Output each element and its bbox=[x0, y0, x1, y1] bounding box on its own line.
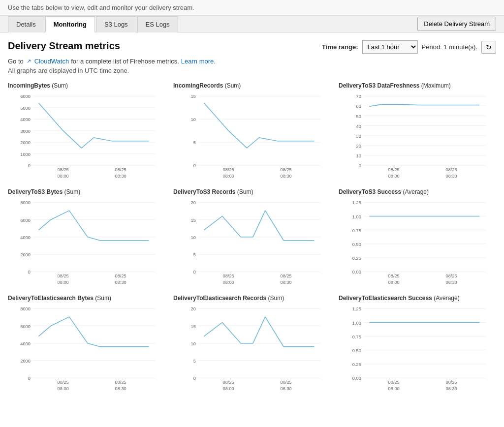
svg-text:08:00: 08:00 bbox=[388, 280, 400, 285]
svg-text:08:00: 08:00 bbox=[223, 280, 234, 285]
svg-text:08/25: 08/25 bbox=[115, 380, 126, 385]
learn-more-link[interactable]: Learn more. bbox=[181, 58, 216, 65]
svg-text:08/25: 08/25 bbox=[446, 167, 457, 172]
refresh-button[interactable]: ↻ bbox=[481, 41, 496, 54]
metrics-grid: IncomingBytes (Sum) 60005000400030002000… bbox=[8, 82, 496, 393]
svg-text:0.25: 0.25 bbox=[352, 256, 361, 261]
svg-text:15: 15 bbox=[191, 324, 196, 329]
svg-text:0: 0 bbox=[193, 270, 196, 274]
svg-text:0.75: 0.75 bbox=[352, 228, 361, 233]
svg-text:08/25: 08/25 bbox=[388, 167, 400, 172]
chart-2: 706050403020100 08/2508:0008/2508:30 bbox=[339, 92, 496, 181]
svg-text:8000: 8000 bbox=[20, 200, 31, 205]
svg-text:08:00: 08:00 bbox=[388, 174, 400, 179]
svg-text:0.75: 0.75 bbox=[352, 335, 361, 339]
tab-s3logs[interactable]: S3 Logs bbox=[96, 16, 136, 32]
svg-text:40: 40 bbox=[356, 124, 361, 129]
top-bar-text: Use the tabs below to view, edit and mon… bbox=[8, 4, 194, 11]
metric-title-7: DeliveryToElasticsearch Records (Sum) bbox=[173, 295, 331, 302]
svg-text:20: 20 bbox=[356, 144, 361, 149]
utc-note: All graphs are displayed in UTC time zon… bbox=[8, 67, 496, 74]
svg-text:5: 5 bbox=[193, 359, 196, 364]
svg-text:8000: 8000 bbox=[20, 306, 31, 311]
chart-4: 20151050 08/2508:0008/2508:30 bbox=[173, 198, 331, 287]
svg-text:6000: 6000 bbox=[20, 218, 31, 223]
chart-6: 80006000400020000 08/2508:0008/2508:30 bbox=[8, 305, 165, 393]
svg-text:70: 70 bbox=[356, 94, 361, 99]
metric-card-0: IncomingBytes (Sum) 60005000400030002000… bbox=[8, 82, 165, 181]
svg-text:0: 0 bbox=[28, 376, 31, 381]
chart-7: 20151050 08/2508:0008/2508:30 bbox=[173, 305, 331, 393]
svg-text:08:00: 08:00 bbox=[58, 280, 69, 285]
svg-text:5000: 5000 bbox=[20, 106, 31, 111]
svg-text:1000: 1000 bbox=[20, 152, 31, 157]
svg-text:08/25: 08/25 bbox=[223, 167, 234, 172]
subtitle-line: Go to ↗ CloudWatch for a complete list o… bbox=[8, 58, 496, 65]
metric-card-7: DeliveryToElasticsearch Records (Sum) 20… bbox=[173, 295, 331, 393]
svg-text:08/25: 08/25 bbox=[223, 380, 234, 385]
tabs-bar: Details Monitoring S3 Logs ES Logs Delet… bbox=[0, 16, 504, 32]
svg-text:4000: 4000 bbox=[20, 235, 31, 240]
time-range-label: Time range: bbox=[322, 43, 358, 51]
page-title: Delivery Stream metrics bbox=[8, 40, 120, 52]
svg-text:08:00: 08:00 bbox=[223, 174, 234, 179]
delete-delivery-stream-button[interactable]: Delete Delivery Stream bbox=[417, 17, 496, 31]
svg-text:60: 60 bbox=[356, 104, 361, 109]
time-range-controls: Time range: Last 1 hour Last 3 hours Las… bbox=[322, 40, 496, 54]
metric-title-5: DeliveryToS3 Success (Average) bbox=[339, 188, 496, 195]
svg-text:0: 0 bbox=[359, 163, 361, 168]
svg-text:08:30: 08:30 bbox=[281, 280, 292, 285]
cloudwatch-link[interactable]: CloudWatch bbox=[34, 58, 69, 65]
svg-text:08:00: 08:00 bbox=[58, 174, 69, 179]
svg-text:4000: 4000 bbox=[20, 341, 31, 346]
svg-text:08/25: 08/25 bbox=[115, 167, 126, 172]
svg-text:08/25: 08/25 bbox=[281, 167, 292, 172]
svg-text:08/25: 08/25 bbox=[58, 167, 69, 172]
svg-text:08:00: 08:00 bbox=[223, 386, 234, 391]
tab-details[interactable]: Details bbox=[8, 16, 44, 32]
svg-text:2000: 2000 bbox=[20, 252, 31, 257]
svg-text:0: 0 bbox=[193, 376, 196, 381]
chart-8: 1.251.000.750.500.250.00 08/2508:0008/25… bbox=[339, 305, 496, 393]
svg-text:08:30: 08:30 bbox=[115, 174, 126, 179]
svg-text:0.25: 0.25 bbox=[352, 362, 361, 367]
metric-card-4: DeliveryToS3 Records (Sum) 20151050 08/2… bbox=[173, 188, 331, 287]
svg-text:4000: 4000 bbox=[20, 117, 31, 122]
metric-title-2: DeliveryToS3 DataFreshness (Maximum) bbox=[339, 82, 496, 89]
chart-5: 1.251.000.750.500.250.00 08/2508:0008/25… bbox=[339, 198, 496, 287]
metric-card-3: DeliveryToS3 Bytes (Sum) 800060004000200… bbox=[8, 188, 165, 287]
svg-text:08/25: 08/25 bbox=[281, 380, 292, 385]
svg-text:10: 10 bbox=[191, 117, 196, 122]
svg-text:3000: 3000 bbox=[20, 129, 31, 134]
tab-eslogs[interactable]: ES Logs bbox=[137, 16, 178, 32]
svg-text:08/25: 08/25 bbox=[223, 274, 234, 278]
tab-monitoring[interactable]: Monitoring bbox=[45, 16, 95, 32]
svg-text:08:30: 08:30 bbox=[115, 386, 126, 391]
svg-text:08/25: 08/25 bbox=[446, 380, 457, 385]
svg-text:08:30: 08:30 bbox=[446, 386, 457, 391]
svg-text:08:00: 08:00 bbox=[388, 386, 400, 391]
svg-text:08:30: 08:30 bbox=[281, 174, 292, 179]
svg-text:0.50: 0.50 bbox=[352, 242, 361, 247]
time-range-select[interactable]: Last 1 hour Last 3 hours Last 12 hours L… bbox=[362, 40, 418, 54]
svg-text:20: 20 bbox=[191, 200, 196, 205]
svg-text:2000: 2000 bbox=[20, 140, 31, 145]
svg-text:08/25: 08/25 bbox=[115, 274, 126, 278]
svg-text:0.00: 0.00 bbox=[352, 270, 361, 274]
svg-text:0: 0 bbox=[28, 163, 31, 168]
svg-text:20: 20 bbox=[191, 306, 196, 311]
svg-text:30: 30 bbox=[356, 134, 361, 139]
external-link-icon: ↗ bbox=[26, 58, 32, 65]
svg-text:2000: 2000 bbox=[20, 359, 31, 364]
svg-text:10: 10 bbox=[356, 153, 361, 158]
metric-card-6: DeliveryToElasticsearch Bytes (Sum) 8000… bbox=[8, 295, 165, 393]
metric-card-8: DeliveryToElasticsearch Success (Average… bbox=[339, 295, 496, 393]
svg-text:6000: 6000 bbox=[20, 94, 31, 99]
chart-0: 6000500040003000200010000 08/2508:0008/2… bbox=[8, 92, 165, 181]
svg-text:1.25: 1.25 bbox=[352, 306, 361, 311]
svg-text:50: 50 bbox=[356, 114, 361, 119]
svg-text:08/25: 08/25 bbox=[388, 274, 400, 278]
svg-text:0: 0 bbox=[28, 270, 31, 274]
svg-text:08/25: 08/25 bbox=[58, 380, 69, 385]
svg-text:0.50: 0.50 bbox=[352, 348, 361, 353]
